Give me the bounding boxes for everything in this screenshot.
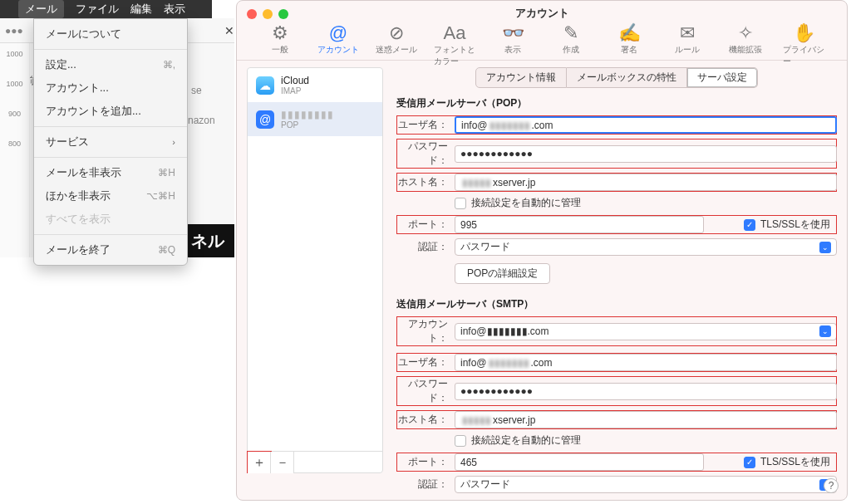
signature-icon: ✍: [618, 22, 641, 44]
menu-accounts[interactable]: アカウント...: [34, 76, 187, 100]
ruler-tick: 900: [0, 110, 29, 118]
pop-detail-button[interactable]: POPの詳細設定: [455, 263, 550, 284]
at-icon: @: [329, 22, 347, 44]
pop-section-title: 受信用メールサーバ（POP）: [396, 96, 837, 110]
smtp-host-field[interactable]: ▮▮▮▮▮xserver.jp: [455, 411, 837, 428]
smtp-port-label: ポート：: [396, 455, 448, 469]
pop-auth-label: 認証：: [396, 240, 448, 254]
tab-mailbox-behaviors[interactable]: メールボックスの特性: [567, 67, 687, 88]
gear-icon: ⚙: [272, 22, 288, 44]
zoom-icon[interactable]: [278, 9, 288, 19]
smtp-auth-select[interactable]: パスワード⌄: [455, 476, 837, 493]
pop-port-label: ポート：: [396, 218, 448, 232]
server-settings-pane: アカウント情報 メールボックスの特性 サーバ設定 受信用メールサーバ（POP） …: [396, 67, 837, 473]
pop-user-field[interactable]: info@▮▮▮▮▮▮▮.com: [455, 116, 837, 134]
pop-port-field[interactable]: 995: [455, 216, 704, 233]
chevron-down-icon: ⌄: [819, 325, 831, 337]
tab-fonts[interactable]: Aaフォントとカラー: [434, 22, 475, 67]
window-controls: [247, 9, 288, 19]
pop-auto-label: 接続設定を自動的に管理: [471, 196, 581, 210]
tab-account[interactable]: @アカウント: [317, 22, 359, 67]
remove-account-button[interactable]: －: [271, 452, 294, 473]
minimize-icon[interactable]: [263, 9, 273, 19]
smtp-tls-label: TLS/SSLを使用: [760, 455, 830, 469]
compose-icon: ✎: [563, 22, 578, 44]
at-icon: @: [256, 110, 274, 129]
menu-services[interactable]: サービス›: [34, 130, 187, 154]
menu-show-all: すべてを表示: [34, 208, 187, 231]
pop-pass-field[interactable]: ●●●●●●●●●●●●: [455, 145, 837, 163]
smtp-host-label: ホスト名：: [396, 413, 448, 427]
menu-about[interactable]: メールについて: [34, 22, 187, 46]
traffic-icon: ●●●: [5, 25, 23, 37]
pop-auth-select[interactable]: パスワード⌄: [455, 238, 837, 256]
menu-hide-mail[interactable]: メールを非表示⌘H: [34, 161, 187, 184]
smtp-port-field[interactable]: 465: [455, 453, 704, 471]
pop-host-field[interactable]: ▮▮▮▮▮xserver.jp: [455, 174, 837, 191]
pop-user-label: ユーザ名：: [396, 118, 448, 132]
tab-privacy[interactable]: ✋プライバシー: [783, 22, 824, 67]
app-menu-dropdown: メールについて 設定...⌘, アカウント... アカウントを追加... サービ…: [33, 18, 188, 266]
smtp-tls-checkbox[interactable]: ✓: [744, 457, 755, 468]
chevron-down-icon: ⌄: [819, 242, 831, 253]
hand-icon: ✋: [793, 22, 815, 44]
menu-quit[interactable]: メールを終了⌘Q: [34, 238, 187, 262]
menu-file[interactable]: ファイル: [76, 2, 119, 17]
tab-close-icon[interactable]: ✕: [224, 24, 234, 37]
smtp-auto-checkbox[interactable]: [455, 435, 466, 447]
tab-signature[interactable]: ✍署名: [608, 22, 650, 67]
block-icon: ⊘: [389, 22, 404, 44]
smtp-pass-field[interactable]: ●●●●●●●●●●●●: [455, 383, 837, 400]
tab-junk[interactable]: ⊘迷惑メール: [376, 22, 417, 67]
smtp-acct-label: アカウント：: [396, 317, 448, 345]
window-title: アカウント: [237, 1, 847, 21]
pop-tls-label: TLS/SSLを使用: [760, 218, 830, 232]
rules-icon: ✉: [680, 22, 695, 44]
smtp-auto-label: 接続設定を自動的に管理: [471, 433, 581, 448]
pop-tls-checkbox[interactable]: ✓: [744, 219, 755, 231]
tab-general[interactable]: ⚙一般: [259, 22, 301, 67]
cloud-icon: ☁: [256, 76, 274, 95]
menu-add-account[interactable]: アカウントを追加...: [34, 100, 187, 123]
menu-edit[interactable]: 編集: [130, 2, 152, 17]
accounts-window: アカウント ⚙一般 @アカウント ⊘迷惑メール Aaフォントとカラー 👓表示 ✎…: [236, 0, 848, 501]
smtp-user-field[interactable]: info@▮▮▮▮▮▮▮.com: [455, 354, 837, 371]
help-button[interactable]: ?: [824, 478, 839, 493]
smtp-auth-label: 認証：: [396, 477, 448, 492]
menu-view[interactable]: 表示: [164, 2, 185, 17]
pref-toolbar: ⚙一般 @アカウント ⊘迷惑メール Aaフォントとカラー 👓表示 ✎作成 ✍署名…: [237, 22, 847, 67]
smtp-user-label: ユーザ名：: [396, 355, 448, 369]
glasses-icon: 👓: [502, 22, 524, 44]
ruler-tick: 800: [0, 139, 29, 148]
font-icon: Aa: [444, 22, 466, 44]
puzzle-icon: ✧: [738, 22, 753, 44]
close-icon[interactable]: [247, 9, 257, 19]
pop-pass-label: パスワード：: [396, 139, 448, 168]
tab-extensions[interactable]: ✧機能拡張: [725, 22, 766, 67]
menu-hide-others[interactable]: ほかを非表示⌥⌘H: [34, 184, 187, 208]
ruler-tick: 1000: [0, 50, 29, 58]
menubar: メール ファイル 編集 表示: [0, 0, 212, 18]
add-account-button[interactable]: ＋: [248, 452, 271, 473]
tab-rules[interactable]: ✉ルール: [667, 22, 708, 67]
bg-text: se: [191, 85, 202, 96]
bg-text: nazon: [188, 115, 215, 126]
tab-account-info[interactable]: アカウント情報: [475, 67, 567, 88]
account-pop[interactable]: @ ▮▮▮▮▮▮▮▮POP: [248, 102, 382, 136]
account-sidebar: ☁ iCloudIMAP @ ▮▮▮▮▮▮▮▮POP ＋ －: [247, 67, 383, 473]
smtp-section-title: 送信用メールサーバ（SMTP）: [396, 297, 837, 311]
pop-host-label: ホスト名：: [396, 175, 448, 189]
menu-mail[interactable]: メール: [18, 0, 64, 18]
pop-auto-checkbox[interactable]: [455, 198, 466, 209]
menu-settings[interactable]: 設定...⌘,: [34, 53, 187, 76]
ruler-tick: 1000: [0, 80, 29, 88]
tab-viewing[interactable]: 👓表示: [492, 22, 534, 67]
smtp-pass-label: パスワード：: [396, 377, 448, 405]
tab-server-settings[interactable]: サーバ設定: [687, 67, 758, 88]
tab-compose[interactable]: ✎作成: [550, 22, 592, 67]
sidebar-footer: ＋ －: [248, 451, 382, 472]
smtp-acct-select[interactable]: info@▮▮▮▮▮▮▮.com⌄: [455, 323, 837, 340]
account-icloud[interactable]: ☁ iCloudIMAP: [248, 68, 382, 102]
